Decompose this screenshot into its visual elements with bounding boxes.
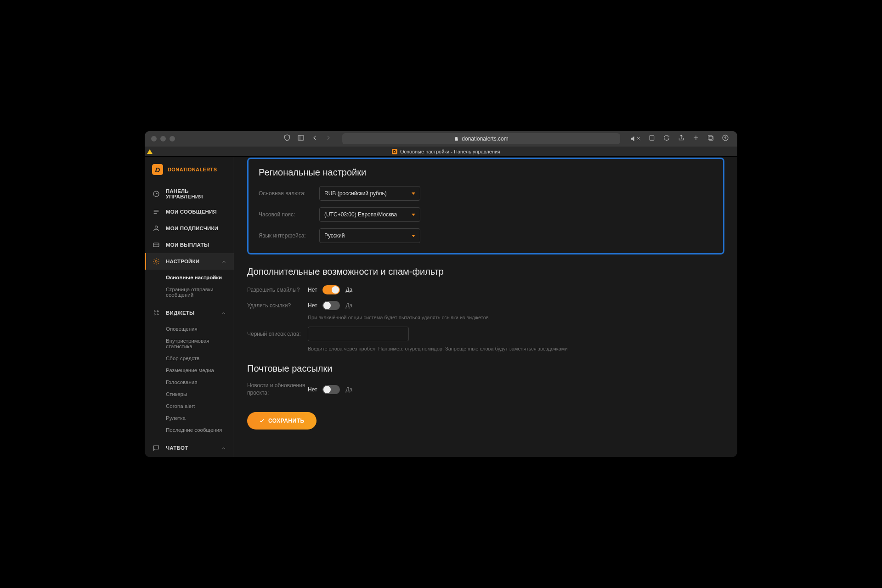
nav-widgets[interactable]: ВИДЖЕТЫ [145,305,234,321]
brand-logo-icon: D [152,164,163,175]
mail-section: Почтовые рассылки Новости и обновления п… [247,363,724,396]
minimize-window-icon[interactable] [160,136,166,141]
reader-icon[interactable] [648,134,656,143]
close-window-icon[interactable] [151,136,157,141]
to--no: Нет [308,302,317,309]
subnav-fundraising[interactable]: Сбор средств [145,352,234,364]
nav-subscribers[interactable]: МОИ ПОДПИСЧИКИ [145,220,234,237]
traffic-lights[interactable] [151,136,175,141]
subnav-alerts[interactable]: Оповещения [145,323,234,335]
mute-icon[interactable] [630,136,641,142]
news-toggle[interactable] [322,385,340,394]
blacklist-input[interactable] [308,327,409,341]
sidebar: D DONATIONALERTS ПАНЕЛЬ УПРАВЛЕНИЯ МОИ С… [145,157,234,457]
toggle-no: Нет [308,386,317,393]
nav-label: ВИДЖЕТЫ [166,310,195,316]
save-button[interactable]: СОХРАНИТЬ [247,412,317,430]
svg-point-19 [157,311,158,312]
nav-label: ЧАТБОТ [166,445,188,451]
subnav-votes[interactable]: Голосования [145,376,234,388]
zoom-window-icon[interactable] [170,136,175,141]
svg-point-21 [157,314,158,315]
chatbot-subnav: Аккаунты Мультичат [145,456,234,457]
messages-icon [152,208,160,216]
brand-name: DONATIONALERTS [168,167,217,172]
url-bar[interactable]: donationalerts.com [342,133,620,144]
smiles-label: Разрешить смайлы? [247,287,308,293]
nav-back-icon[interactable] [311,134,318,143]
svg-point-17 [155,260,157,262]
svg-rect-0 [298,136,304,141]
tab-title[interactable]: D Основные настройки - Панель управления [155,149,737,154]
subnav-send-page[interactable]: Страница отправки сообщений [145,283,234,301]
drive-icon [147,149,153,154]
nav-dashboard[interactable]: ПАНЕЛЬ УПРАВЛЕНИЯ [145,184,234,204]
blacklist-label: Чёрный список слов: [247,331,308,337]
subnav-stickers[interactable]: Стикеры [145,388,234,400]
shield-icon[interactable] [283,134,291,143]
language-select[interactable]: Русский [319,228,420,243]
toggle-yes: Да [345,302,352,309]
browser-window: donationalerts.com D Основные настройки … [145,131,737,457]
nav-label: МОИ ПОДПИСЧИКИ [166,226,218,231]
currency-select[interactable]: RUB (российский рубль) [319,186,420,201]
app: D DONATIONALERTS ПАНЕЛЬ УПРАВЛЕНИЯ МОИ С… [145,157,737,457]
extra-title: Дополнительные возможности и спам-фильтр [247,266,724,277]
timezone-label: Часовой пояс: [259,211,319,218]
subnav-corona[interactable]: Corona alert [145,400,234,412]
nav-forward-icon[interactable] [325,134,332,143]
nav-messages[interactable]: МОИ СООБЩЕНИЯ [145,204,234,220]
nav-payouts[interactable]: МОИ ВЫПЛАТЫ [145,237,234,253]
nav-label: МОИ СООБЩЕНИЯ [166,209,217,215]
svg-rect-15 [153,243,159,247]
sidebar-toggle-icon[interactable] [297,134,305,143]
subnav-intra-stats[interactable]: Внутристримовая статистика [145,335,234,352]
tabs-icon[interactable] [707,134,714,143]
reload-icon[interactable] [663,134,670,143]
regional-settings-panel: Региональные настройки Основная валюта: … [247,158,724,254]
news-label: Новости и обновления проекта: [247,382,308,396]
regional-title: Региональные настройки [259,167,713,178]
pinned-tab-drive[interactable] [145,147,155,157]
smiles-toggle[interactable] [322,285,340,294]
language-label: Язык интерфейса: [259,232,319,239]
toggle-yes: Да [345,287,352,293]
toggle-no: Нет [308,287,317,293]
gear-icon [152,257,160,266]
mail-title: Почтовые рассылки [247,363,724,374]
svg-point-14 [155,226,157,228]
dashboard-icon [152,190,160,198]
timezone-select[interactable]: (UTC+03:00) Европа/Москва [319,207,420,222]
subnav-roulette[interactable]: Рулетка [145,412,234,424]
svg-point-20 [154,314,155,315]
widgets-subnav: Оповещения Внутристримовая статистика Сб… [145,321,234,440]
check-icon [259,418,265,424]
nav-settings[interactable]: НАСТРОЙКИ [145,253,234,270]
save-label: СОХРАНИТЬ [268,418,305,424]
chevron-up-icon [221,310,226,316]
extra-section: Дополнительные возможности и спам-фильтр… [247,266,724,351]
subnav-media[interactable]: Размещение медиа [145,364,234,376]
links-toggle[interactable] [322,301,340,310]
subnav-recent[interactable]: Последние сообщения [145,424,234,436]
svg-point-18 [154,311,155,312]
svg-rect-8 [708,136,712,140]
toggle-yes: Да [345,386,352,393]
brand[interactable]: D DONATIONALERTS [145,157,234,184]
new-tab-icon[interactable] [692,134,700,143]
nav-label: НАСТРОЙКИ [166,259,199,264]
share-icon[interactable] [678,134,685,143]
currency-label: Основная валюта: [259,190,319,197]
settings-subnav: Основные настройки Страница отправки соо… [145,270,234,305]
nav-chatbot[interactable]: ЧАТБОТ [145,440,234,456]
svg-rect-7 [709,136,713,141]
svg-rect-4 [650,136,654,141]
chevron-up-icon [221,258,226,265]
downloads-icon[interactable] [722,134,729,143]
subnav-main-settings[interactable]: Основные настройки [145,271,234,283]
person-icon [152,224,160,232]
nav-label: МОИ ВЫПЛАТЫ [166,242,209,248]
grid-icon [152,309,160,317]
lock-icon [454,136,459,141]
card-icon [152,241,160,249]
